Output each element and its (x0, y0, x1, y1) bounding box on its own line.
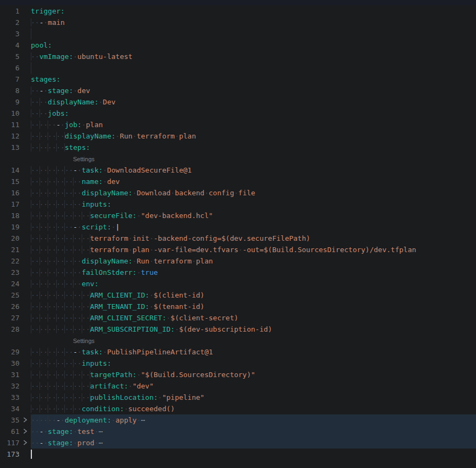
code-line-3[interactable]: 3 (0, 28, 476, 39)
line-number[interactable]: 23 (0, 267, 19, 278)
line-number[interactable]: 17 (0, 199, 19, 210)
code-line-content[interactable]: Settings (31, 153, 476, 164)
line-number[interactable]: 9 (0, 96, 19, 108)
code-line-26[interactable]: 26··············ARM_TENANT_ID:·$(tenant-… (0, 301, 476, 312)
line-number[interactable]: 10 (0, 108, 19, 119)
code-line-2[interactable]: 2··-·main (0, 17, 476, 28)
code-line-35[interactable]: 35······-·deployment:·apply·⋯ (0, 414, 476, 426)
code-line-content[interactable]: ········displayName:·Run·terraform·plan (31, 130, 476, 142)
code-line-content[interactable]: ··············ARM_CLIENT_ID:·$(client-id… (31, 289, 476, 301)
line-number[interactable]: 13 (0, 142, 19, 153)
fold-chevron-icon[interactable] (23, 426, 28, 437)
code-line-16[interactable]: 16············displayName:·Download·back… (0, 187, 476, 199)
code-line-17[interactable]: 17············inputs: (0, 199, 476, 210)
code-line-content[interactable]: ··············publishLocation:·"pipeline… (31, 392, 476, 403)
code-line-content[interactable]: ··············terraform·init·-backend-co… (31, 233, 476, 244)
line-number[interactable]: 28 (0, 324, 19, 335)
code-line-27[interactable]: 27··············ARM_CLIENT_SECRET:·$(cli… (0, 312, 476, 324)
code-line-14[interactable]: 14··········-·task:·DownloadSecureFile@1 (0, 164, 476, 176)
code-line-content[interactable]: ··············ARM_TENANT_ID:·$(tenant-id… (31, 301, 476, 312)
line-number[interactable]: 21 (0, 244, 19, 255)
fold-chevron-icon[interactable] (23, 414, 28, 426)
line-number[interactable]: 1 (0, 5, 19, 17)
code-line-34[interactable]: 34············condition:·succeeded() (0, 403, 476, 414)
code-line-content[interactable]: ··vmImage:·ubuntu-latest (31, 51, 476, 62)
code-line-173[interactable]: 173 (0, 449, 476, 460)
code-line-28[interactable]: 28··············ARM_SUBSCRIPTION_ID:·$(d… (0, 324, 476, 335)
line-number[interactable]: 29 (0, 346, 19, 358)
line-number[interactable]: 14 (0, 164, 19, 176)
line-number[interactable]: 11 (0, 119, 19, 130)
code-line-23[interactable]: 23············failOnStderr:·true (0, 267, 476, 278)
line-number[interactable]: 26 (0, 301, 19, 312)
code-line-4[interactable]: 4pool: (0, 39, 476, 51)
line-number[interactable] (0, 335, 19, 346)
line-number[interactable] (0, 153, 19, 164)
code-line-12[interactable]: 12········displayName:·Run·terraform·pla… (0, 130, 476, 142)
code-line-content[interactable]: stages: (31, 74, 476, 85)
code-line-content[interactable]: ········steps: (31, 142, 476, 153)
code-line-content[interactable] (31, 62, 476, 74)
line-number[interactable]: 6 (0, 62, 19, 74)
code-line-1[interactable]: 1trigger: (0, 5, 476, 17)
code-line-8[interactable]: 8··-·stage:·dev (0, 85, 476, 96)
code-line-content[interactable] (31, 28, 476, 39)
code-line-content[interactable]: ············inputs: (31, 199, 476, 210)
code-line-24[interactable]: 24············env: (0, 278, 476, 289)
code-line-18[interactable]: 18··············secureFile:·"dev-backend… (0, 210, 476, 221)
line-number[interactable]: 33 (0, 392, 19, 403)
code-line-21[interactable]: 21··············terraform·plan·-var-file… (0, 244, 476, 255)
code-line-content[interactable]: ····jobs: (31, 108, 476, 119)
code-line-30[interactable]: 30············inputs: (0, 358, 476, 369)
code-line-content[interactable]: ············name:·dev (31, 176, 476, 187)
code-line-19[interactable]: 19··········-·script:·| (0, 221, 476, 233)
code-line-content[interactable]: ··-·stage:·prod·⋯ (31, 437, 476, 449)
code-line-29[interactable]: 29··········-·task:·PublishPipelineArtif… (0, 346, 476, 358)
code-line-10[interactable]: 10····jobs: (0, 108, 476, 119)
line-number[interactable]: 20 (0, 233, 19, 244)
line-number[interactable]: 16 (0, 187, 19, 199)
line-number[interactable]: 32 (0, 380, 19, 392)
code-line-content[interactable]: trigger: (31, 5, 476, 17)
code-line-33[interactable]: 33··············publishLocation:·"pipeli… (0, 392, 476, 403)
code-line-6[interactable]: 6 (0, 62, 476, 74)
code-line-25[interactable]: 25··············ARM_CLIENT_ID:·$(client-… (0, 289, 476, 301)
line-number[interactable]: 117 (0, 437, 19, 449)
code-line-content[interactable]: ··-·stage:·dev (31, 85, 476, 96)
code-line-content[interactable]: ····displayName:·Dev (31, 96, 476, 108)
code-line-22[interactable]: 22············displayName:·Run·terraform… (0, 255, 476, 267)
code-line-content[interactable]: ······-·job:·plan (31, 119, 476, 130)
line-number[interactable]: 173 (0, 449, 19, 460)
code-line-content[interactable]: ··············artifact:·"dev" (31, 380, 476, 392)
code-line-content[interactable]: ··············targetPath:·"$(Build.Sourc… (31, 369, 476, 380)
code-line-content[interactable]: ············failOnStderr:·true (31, 267, 476, 278)
line-number[interactable]: 7 (0, 74, 19, 85)
code-line-7[interactable]: 7stages: (0, 74, 476, 85)
code-line-5[interactable]: 5··vmImage:·ubuntu-latest (0, 51, 476, 62)
code-line-15[interactable]: 15············name:·dev (0, 176, 476, 187)
codelens-row[interactable]: Settings (0, 153, 476, 164)
code-line-61[interactable]: 61··-·stage:·test·⋯ (0, 426, 476, 437)
line-number[interactable]: 27 (0, 312, 19, 324)
codelens-settings-link[interactable]: Settings (73, 335, 95, 347)
code-line-9[interactable]: 9····displayName:·Dev (0, 96, 476, 108)
code-line-32[interactable]: 32··············artifact:·"dev" (0, 380, 476, 392)
line-number[interactable]: 19 (0, 221, 19, 233)
fold-chevron-icon[interactable] (23, 437, 28, 449)
code-line-content[interactable]: ··········-·script:·| (31, 221, 476, 233)
line-number[interactable]: 2 (0, 17, 19, 28)
line-number[interactable]: 22 (0, 255, 19, 267)
codelens-row[interactable]: Settings (0, 335, 476, 346)
line-number[interactable]: 4 (0, 39, 19, 51)
code-line-117[interactable]: 117··-·stage:·prod·⋯ (0, 437, 476, 449)
code-line-content[interactable]: ············displayName:·Run·terraform·p… (31, 255, 476, 267)
line-number[interactable]: 35 (0, 414, 19, 426)
code-line-content[interactable]: ··············secureFile:·"dev-backend.h… (31, 210, 476, 221)
code-line-content[interactable]: Settings (31, 335, 476, 346)
code-line-content[interactable]: pool: (31, 39, 476, 51)
code-line-20[interactable]: 20··············terraform·init·-backend-… (0, 233, 476, 244)
codelens-settings-link[interactable]: Settings (73, 154, 95, 165)
line-number[interactable]: 30 (0, 358, 19, 369)
code-line-content[interactable]: ············displayName:·Download·backen… (31, 187, 476, 199)
line-number[interactable]: 18 (0, 210, 19, 221)
